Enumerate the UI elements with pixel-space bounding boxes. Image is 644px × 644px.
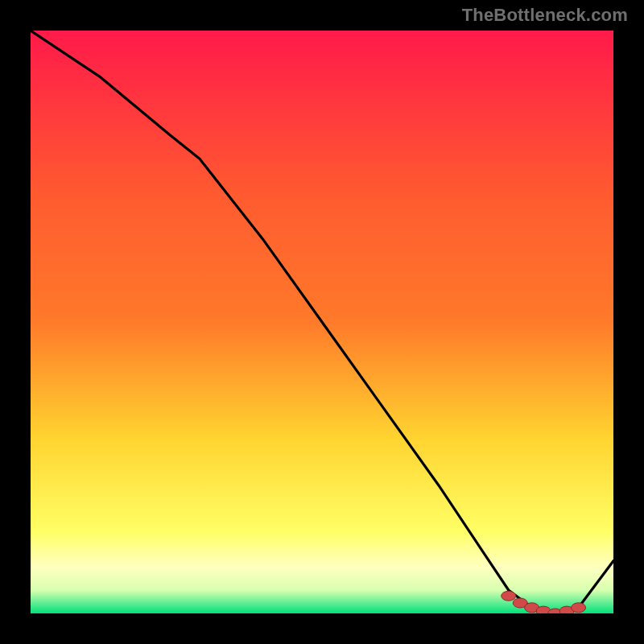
plot-area (31, 31, 613, 613)
attribution-text: TheBottleneck.com (462, 5, 628, 26)
curve-marker (572, 603, 586, 613)
curve-marker (502, 591, 516, 601)
gradient-line-chart (31, 31, 613, 613)
chart-frame: TheBottleneck.com (0, 0, 644, 644)
